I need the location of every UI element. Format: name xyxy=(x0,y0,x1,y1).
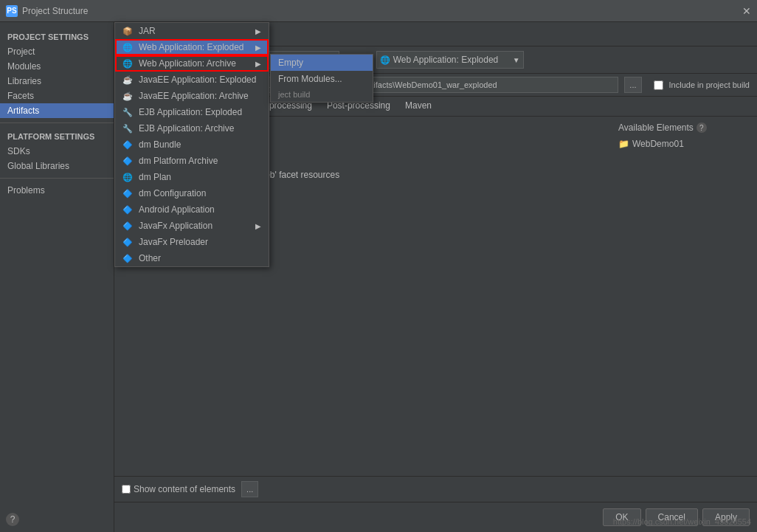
dm-platform-archive-icon: 🔷 xyxy=(122,156,134,166)
sidebar-label-artifacts: Artifacts xyxy=(7,106,39,116)
javaee-exploded-label: JavaEE Application: Exploded xyxy=(139,75,256,85)
tab-maven-label: Maven xyxy=(405,100,432,111)
sidebar-label-global-libraries: Global Libraries xyxy=(7,161,69,171)
sidebar-label-problems: Problems xyxy=(7,185,45,196)
sidebar-item-artifacts[interactable]: Artifacts xyxy=(0,103,114,118)
web-app-exploded-icon: 🌐 xyxy=(122,43,134,52)
menu-item-ejb-exploded[interactable]: 🔧 EJB Application: Exploded xyxy=(115,104,269,120)
menu-item-android-application[interactable]: 🔷 Android Application xyxy=(115,201,269,218)
webdemo01-label: WebDemo01 xyxy=(632,139,684,149)
add-menu: 📦 JAR ▶ 🌐 Web Application: Exploded ▶ Em… xyxy=(114,22,269,267)
sidebar-item-facets[interactable]: Facets xyxy=(0,89,114,103)
dm-platform-archive-label: dm Platform Archive xyxy=(139,156,218,166)
submenu-from-modules[interactable]: From Modules... xyxy=(271,71,373,87)
menu-item-ejb-archive[interactable]: 🔧 EJB Application: Archive xyxy=(115,120,269,137)
help-button[interactable]: ? xyxy=(6,513,19,526)
available-help-icon[interactable]: ? xyxy=(696,122,707,133)
add-menu-dropdown: 📦 JAR ▶ 🌐 Web Application: Exploded ▶ Em… xyxy=(114,22,269,267)
dm-plan-icon: 🌐 xyxy=(122,173,134,182)
sidebar-item-modules[interactable]: Modules xyxy=(0,59,114,74)
menu-item-jar[interactable]: 📦 JAR ▶ xyxy=(115,23,269,39)
available-label-text: Available Elements xyxy=(618,122,694,133)
output-path-browse-button[interactable]: ... xyxy=(624,77,641,93)
dm-bundle-icon: 🔷 xyxy=(122,140,134,150)
javaee-archive-label: JavaEE Application: Archive xyxy=(139,91,249,101)
menu-item-javaee-exploded[interactable]: ☕ JavaEE Application: Exploded xyxy=(115,72,269,88)
ejb-archive-icon: 🔧 xyxy=(122,124,134,134)
android-application-icon: 🔷 xyxy=(122,205,134,215)
jar-label: JAR xyxy=(139,26,156,36)
menu-item-javafx-application[interactable]: 🔷 JavaFx Application ▶ xyxy=(115,218,269,234)
tab-maven[interactable]: Maven xyxy=(398,97,439,116)
sidebar-label-sdks: SDKs xyxy=(7,146,30,156)
web-app-archive-arrow-icon: ▶ xyxy=(255,60,261,68)
window-title: Project Structure xyxy=(22,6,88,16)
show-content-label: Show content of elements xyxy=(134,484,235,494)
menu-item-dm-configuration[interactable]: 🔷 dm Configuration xyxy=(115,185,269,201)
menu-item-other[interactable]: 🔷 Other xyxy=(115,250,269,266)
main-container: PROJECT SETTINGS Project Modules Librari… xyxy=(0,22,757,532)
webdemo01-icon: 📁 xyxy=(618,139,629,149)
other-icon: 🔷 xyxy=(122,254,134,263)
sidebar-item-problems[interactable]: Problems xyxy=(0,183,114,198)
ejb-exploded-icon: 🔧 xyxy=(122,108,134,117)
title-bar-left: PS Project Structure xyxy=(6,5,88,17)
javaee-archive-icon: ☕ xyxy=(122,91,134,101)
javafx-application-label: JavaFx Application xyxy=(139,221,212,231)
dm-configuration-label: dm Configuration xyxy=(139,188,206,198)
available-elements-panel: Available Elements ? 📁 WebDemo01 xyxy=(618,122,751,470)
sidebar-divider2 xyxy=(0,178,114,179)
type-dropdown[interactable]: 🌐 Web Application: Exploded ▼ xyxy=(376,51,524,69)
available-item-webdemo01[interactable]: 📁 WebDemo01 xyxy=(618,137,751,151)
jar-arrow-icon: ▶ xyxy=(255,27,261,35)
sidebar-item-sdks[interactable]: SDKs xyxy=(0,144,114,159)
menu-item-web-app-archive[interactable]: 🌐 Web Application: Archive ▶ xyxy=(115,55,269,72)
other-label: Other xyxy=(139,253,161,263)
show-content-checkbox[interactable] xyxy=(122,485,131,494)
available-elements-label: Available Elements ? xyxy=(618,122,751,133)
watermark: https://blog.csdn.net/weixin_45828554 xyxy=(613,517,751,526)
web-app-archive-icon: 🌐 xyxy=(122,59,134,69)
project-settings-label: PROJECT SETTINGS xyxy=(0,28,114,44)
android-application-label: Android Application xyxy=(139,204,215,215)
sidebar: PROJECT SETTINGS Project Modules Librari… xyxy=(0,22,114,532)
menu-item-javafx-preloader[interactable]: 🔷 JavaFx Preloader xyxy=(115,234,269,250)
submenu-extra: ject build xyxy=(278,90,310,99)
submenu-web-app-exploded: Empty From Modules... ject build xyxy=(270,54,373,103)
submenu-extra-text: ject build xyxy=(271,87,373,102)
sidebar-label-facets: Facets xyxy=(7,91,34,101)
type-select-value: Web Application: Exploded xyxy=(393,55,499,65)
include-label: Include in project build xyxy=(669,80,750,89)
submenu-empty[interactable]: Empty xyxy=(271,55,373,71)
app-icon: PS xyxy=(6,5,18,17)
dm-plan-label: dm Plan xyxy=(139,172,171,182)
menu-item-dm-platform-archive[interactable]: 🔷 dm Platform Archive xyxy=(115,153,269,169)
include-in-project-build-checkbox[interactable] xyxy=(654,80,663,90)
dots-button[interactable]: ... xyxy=(241,481,258,497)
type-select-icon: 🌐 xyxy=(380,55,390,65)
checkbox-row: Show content of elements ... xyxy=(122,481,750,497)
sidebar-item-global-libraries[interactable]: Global Libraries xyxy=(0,159,114,173)
web-app-exploded-arrow-icon: ▶ xyxy=(255,44,261,52)
close-icon[interactable]: ✕ xyxy=(742,5,751,17)
menu-item-web-app-exploded[interactable]: 🌐 Web Application: Exploded ▶ Empty From… xyxy=(115,39,269,55)
title-bar: PS Project Structure ✕ xyxy=(0,0,757,22)
menu-item-dm-plan[interactable]: 🌐 dm Plan xyxy=(115,169,269,185)
menu-item-javaee-archive[interactable]: ☕ JavaEE Application: Archive xyxy=(115,88,269,104)
icon-text: PS xyxy=(7,7,16,15)
sidebar-item-libraries[interactable]: Libraries xyxy=(0,74,114,89)
submenu-from-modules-label: From Modules... xyxy=(278,74,342,84)
web-app-archive-label: Web Application: Archive xyxy=(139,58,236,69)
javafx-preloader-label: JavaFx Preloader xyxy=(139,237,208,247)
sidebar-label-libraries: Libraries xyxy=(7,76,41,86)
bottom-bar: Show content of elements ... xyxy=(114,476,757,502)
javafx-application-icon: 🔷 xyxy=(122,221,134,231)
sidebar-item-project[interactable]: Project xyxy=(0,44,114,59)
ejb-exploded-label: EJB Application: Exploded xyxy=(139,107,242,117)
sidebar-label-modules: Modules xyxy=(7,61,41,72)
javafx-preloader-icon: 🔷 xyxy=(122,238,134,247)
menu-item-dm-bundle[interactable]: 🔷 dm Bundle xyxy=(115,137,269,153)
platform-settings-label: PLATFORM SETTINGS xyxy=(0,128,114,144)
dropdown-arrow-icon: ▼ xyxy=(513,56,520,64)
submenu-empty-label: Empty xyxy=(278,58,303,68)
